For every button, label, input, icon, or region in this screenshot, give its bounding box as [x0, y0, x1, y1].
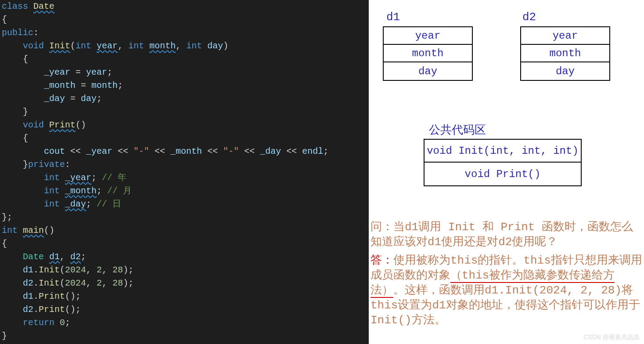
answer-text: 答：使用被称为this的指针。this指针只想用来调用成员函数的对象（this被… — [371, 253, 644, 328]
shared-code-box: void Init(int, int, int) void Print() — [424, 139, 582, 186]
object-d2-box: year month day — [520, 26, 610, 81]
shared-code-title: 公共代码区 — [429, 122, 486, 138]
code-block: class Date { public: void Init(int year,… — [2, 0, 367, 343]
object-d1-label: d1 — [386, 11, 400, 24]
d2-cell-year: year — [521, 27, 609, 45]
d1-cell-month: month — [384, 45, 472, 62]
d2-cell-day: day — [521, 62, 609, 80]
diagram-panel: d1 year month day d2 year month day 公共代码… — [369, 0, 644, 344]
code-editor: class Date { public: void Init(int year,… — [0, 0, 369, 344]
watermark: CSDN @夜夜亮晶晶 — [583, 333, 640, 341]
question-body: 当d1调用 Init 和 Print 函数时，函数怎么知道应该对d1使用还是对d… — [371, 221, 633, 249]
object-d2-label: d2 — [522, 11, 536, 24]
object-d1-box: year month day — [383, 26, 473, 81]
answer-prefix: 答： — [371, 254, 393, 267]
d2-cell-month: month — [521, 45, 609, 62]
shared-cell-init: void Init(int, int, int) — [425, 140, 581, 163]
shared-cell-print: void Print() — [425, 163, 581, 185]
question-text: 问：当d1调用 Init 和 Print 函数时，函数怎么知道应该对d1使用还是… — [371, 220, 643, 250]
answer-part2: 。这样，函数调用d1.Init(2024, 2, 28)将this设置为d1对象… — [371, 284, 640, 327]
question-prefix: 问： — [371, 221, 393, 234]
d1-cell-day: day — [384, 62, 472, 80]
d1-cell-year: year — [384, 27, 472, 45]
